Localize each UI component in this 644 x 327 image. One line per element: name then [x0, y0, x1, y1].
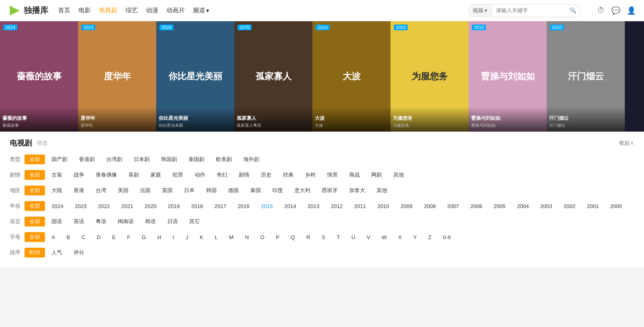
filter-tag-3-16[interactable]: 2009 — [396, 201, 417, 211]
filter-tag-1-3[interactable]: 青春偶像 — [91, 170, 122, 180]
filter-tag-5-6[interactable]: F — [122, 232, 135, 242]
filter-tag-5-20[interactable]: T — [332, 232, 345, 242]
filter-tag-4-0[interactable]: 全部 — [25, 217, 45, 226]
filter-tag-5-2[interactable]: B — [62, 232, 75, 242]
filter-tag-2-15[interactable]: 其他 — [372, 186, 392, 195]
logo[interactable]: 独播库 — [8, 4, 48, 17]
filter-tag-5-27[interactable]: 0-9 — [438, 232, 456, 242]
search-type-button[interactable]: 视频 ▾ — [469, 4, 492, 17]
filter-tag-2-1[interactable]: 大陆 — [47, 186, 67, 195]
filter-tag-0-8[interactable]: 海外剧 — [238, 155, 264, 164]
filter-tag-4-2[interactable]: 英语 — [69, 217, 89, 226]
nav-tv[interactable]: 电视剧 — [99, 7, 117, 14]
sort-tag-0[interactable]: 时间 — [25, 248, 45, 258]
filter-tag-3-6[interactable]: 2019 — [163, 201, 185, 211]
filter-tag-5-24[interactable]: X — [393, 232, 407, 242]
filter-tag-5-14[interactable]: N — [240, 232, 254, 242]
filter-tag-0-5[interactable]: 韩国剧 — [156, 155, 182, 164]
filter-tag-3-2[interactable]: 2023 — [70, 201, 92, 211]
filter-tag-2-14[interactable]: 加拿大 — [344, 186, 370, 195]
filter-tag-1-14[interactable]: 商战 — [344, 170, 365, 180]
filter-tag-5-16[interactable]: P — [271, 232, 285, 242]
filter-tag-3-9[interactable]: 2016 — [233, 201, 254, 211]
filter-tag-3-24[interactable]: 2001 — [582, 201, 604, 211]
filter-tag-5-7[interactable]: G — [137, 232, 151, 242]
filter-tag-3-8[interactable]: 2017 — [209, 201, 231, 211]
filter-tag-4-1[interactable]: 国语 — [47, 217, 67, 226]
filter-tag-3-17[interactable]: 2008 — [419, 201, 441, 211]
filter-tag-2-12[interactable]: 意大利 — [289, 186, 315, 195]
filter-tag-5-25[interactable]: Y — [408, 232, 422, 242]
banner-item-5[interactable]: 为服您务2003为服您务为服您务 — [390, 21, 469, 132]
nav-home[interactable]: 首页 — [58, 7, 70, 14]
filter-tag-3-21[interactable]: 2004 — [512, 201, 534, 211]
filter-tag-3-15[interactable]: 2010 — [372, 201, 394, 211]
filter-tag-1-5[interactable]: 家庭 — [146, 170, 166, 180]
history-icon-button[interactable]: ⏱ — [597, 6, 605, 15]
filter-tag-2-10[interactable]: 泰国 — [245, 186, 266, 195]
nav-variety[interactable]: 综艺 — [126, 7, 138, 14]
filter-tag-4-5[interactable]: 韩语 — [140, 217, 161, 226]
filter-tag-1-10[interactable]: 历史 — [256, 170, 276, 180]
filter-tag-5-5[interactable]: E — [107, 232, 121, 242]
filter-tag-2-4[interactable]: 美国 — [113, 186, 133, 195]
filter-tag-1-12[interactable]: 乡村 — [300, 170, 321, 180]
search-button[interactable]: 🔍 — [565, 4, 581, 17]
banner-item-6[interactable]: 曹操与刘如如2018曹操与刘如如曹操与刘如如 — [469, 21, 547, 132]
filter-tag-5-17[interactable]: Q — [286, 232, 300, 242]
filter-tag-5-22[interactable]: V — [362, 232, 375, 242]
filter-tag-2-2[interactable]: 香港 — [69, 186, 89, 195]
filter-tag-2-11[interactable]: 印度 — [267, 186, 288, 195]
filter-tag-2-8[interactable]: 韩国 — [201, 186, 222, 195]
filter-tag-0-1[interactable]: 国产剧 — [47, 155, 72, 164]
filter-tag-5-26[interactable]: Z — [423, 232, 436, 242]
filter-tag-2-13[interactable]: 西班牙 — [317, 186, 343, 195]
filter-tag-3-7[interactable]: 2018 — [186, 201, 208, 211]
filter-tag-1-8[interactable]: 奇幻 — [212, 170, 232, 180]
filter-tag-2-5[interactable]: 法国 — [135, 186, 155, 195]
filter-tag-2-6[interactable]: 英国 — [157, 186, 177, 195]
filter-tag-5-1[interactable]: A — [47, 232, 60, 242]
filter-tag-0-4[interactable]: 日本剧 — [129, 155, 155, 164]
filter-tag-1-2[interactable]: 战争 — [69, 170, 89, 180]
filter-tag-2-7[interactable]: 日本 — [179, 186, 200, 195]
filter-tag-0-6[interactable]: 泰国剧 — [184, 155, 209, 164]
filter-tag-5-21[interactable]: U — [346, 232, 360, 242]
nav-channel[interactable]: 频道 ▾ — [193, 7, 209, 14]
filter-tag-1-1[interactable]: 古装 — [47, 170, 67, 180]
filter-tag-3-4[interactable]: 2021 — [117, 201, 138, 211]
banner-item-3[interactable]: 孤家寡人1978孤家寡人孤家寡人粤语 — [234, 21, 312, 132]
sort-tag-1[interactable]: 人气 — [47, 248, 67, 258]
filter-tag-3-20[interactable]: 2005 — [489, 201, 511, 211]
filter-tag-1-0[interactable]: 全部 — [25, 170, 45, 180]
filter-tag-1-6[interactable]: 犯罪 — [168, 170, 188, 180]
filter-tag-1-7[interactable]: 动作 — [190, 170, 210, 180]
filter-tag-3-12[interactable]: 2013 — [303, 201, 324, 211]
sort-tag-2[interactable]: 评分 — [69, 248, 89, 258]
nav-cartoon[interactable]: 动画片 — [166, 7, 185, 14]
filter-tag-0-0[interactable]: 全部 — [25, 155, 45, 164]
filter-tag-5-18[interactable]: R — [301, 232, 315, 242]
filter-tag-1-16[interactable]: 其他 — [388, 170, 409, 180]
filter-tag-3-1[interactable]: 2024 — [47, 201, 68, 211]
banner-item-7[interactable]: 汗门烟云2010汗门烟云汗门烟云 — [547, 21, 625, 132]
filter-tag-5-19[interactable]: S — [317, 232, 330, 242]
filter-tag-4-6[interactable]: 日语 — [162, 217, 183, 226]
user-icon-button[interactable]: 👤 — [627, 6, 636, 15]
filter-tag-3-5[interactable]: 2020 — [140, 201, 162, 211]
filter-tag-5-12[interactable]: L — [210, 232, 222, 242]
filter-tag-3-0[interactable]: 全部 — [25, 201, 45, 211]
filter-tag-4-7[interactable]: 其它 — [184, 217, 205, 226]
banner-item-4[interactable]: 大波2014大波大波 — [312, 21, 390, 132]
filter-tag-5-4[interactable]: D — [92, 232, 105, 242]
filter-tag-2-0[interactable]: 全部 — [25, 186, 45, 195]
filter-tag-0-7[interactable]: 欧美剧 — [211, 155, 237, 164]
filter-tag-3-23[interactable]: 2002 — [559, 201, 580, 211]
filter-tag-5-23[interactable]: W — [377, 232, 392, 242]
filter-tag-1-15[interactable]: 网剧 — [366, 170, 387, 180]
filter-tag-5-13[interactable]: M — [224, 232, 238, 242]
filter-tag-1-9[interactable]: 剧情 — [234, 170, 254, 180]
filter-tag-5-10[interactable]: J — [181, 232, 193, 242]
filter-tag-2-9[interactable]: 德国 — [223, 186, 244, 195]
filter-tag-5-0[interactable]: 全部 — [25, 232, 45, 242]
